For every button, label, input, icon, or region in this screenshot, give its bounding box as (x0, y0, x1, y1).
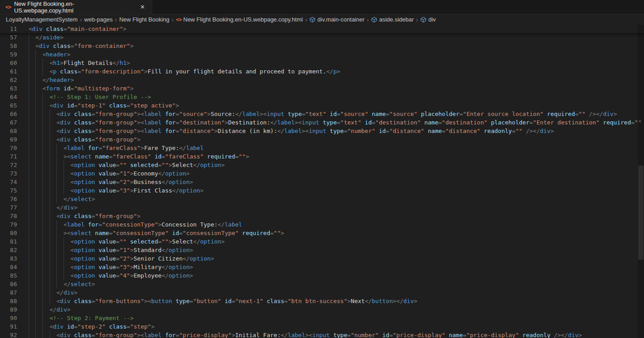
indent-guide (35, 127, 36, 135)
line-number[interactable]: 83 (0, 254, 17, 263)
code-line-content[interactable]: <option value="1">Economy</option> (17, 169, 644, 178)
html-file-icon: <> (176, 17, 181, 23)
line-number[interactable]: 71 (0, 152, 17, 161)
code-area: 57 </aside>58 <div class="form-container… (0, 33, 644, 338)
code-line-content[interactable]: <option value="4">Employee</option> (17, 271, 644, 280)
line-number[interactable]: 82 (0, 246, 17, 254)
line-number[interactable]: 78 (0, 212, 17, 220)
line-number[interactable]: 76 (0, 195, 17, 203)
line-number[interactable]: 73 (0, 169, 17, 178)
indent-guide (29, 288, 29, 297)
code-line-content[interactable]: ><select name="consessionType" id="conse… (17, 229, 644, 237)
code-line-content[interactable]: <option value="3">First Class</option> (17, 186, 644, 195)
line-number[interactable]: 60 (0, 59, 17, 67)
line-number[interactable]: 59 (0, 50, 17, 59)
code-line-content[interactable]: <p class="form-description">Fill in your… (17, 67, 644, 76)
code-line-content[interactable]: <div class="main-container"> (17, 25, 644, 33)
scrollbar[interactable] (638, 25, 644, 338)
code-line-content[interactable]: <option value="3">Military</option> (17, 263, 644, 271)
breadcrumb-item[interactable]: div (420, 16, 436, 23)
code-line-content[interactable]: <option value="" selected="">Select</opt… (17, 161, 644, 169)
line-number[interactable]: 68 (0, 127, 17, 135)
code-line-content[interactable]: <h1>Flight Details</h1> (17, 59, 644, 67)
code-line-content[interactable]: <div class="form-group"> (17, 135, 644, 144)
code-line: 73 <option value="1">Economy</option> (0, 169, 644, 178)
code-line-content[interactable]: <label for="fareClass">Fare Type:</label (17, 144, 644, 152)
code-line-content[interactable]: <option value="" selected="">Select</opt… (17, 237, 644, 246)
code-line: 58 <div class="form-container"> (0, 42, 644, 50)
code-line-content[interactable]: </div> (17, 203, 644, 212)
line-number[interactable]: 62 (0, 76, 17, 84)
breadcrumb-item[interactable]: New Flight Booking (119, 16, 169, 23)
line-number[interactable]: 89 (0, 305, 17, 314)
line-number[interactable]: 85 (0, 271, 17, 280)
line-number[interactable]: 58 (0, 42, 17, 50)
line-number[interactable]: 86 (0, 280, 17, 288)
line-number[interactable]: 77 (0, 203, 17, 212)
code-line-content[interactable]: <header> (17, 50, 644, 59)
code-line-content[interactable]: <div class="form-group"><label for="pric… (17, 331, 644, 338)
line-number[interactable]: 72 (0, 161, 17, 169)
code-line-content[interactable]: <div class="form-container"> (17, 42, 644, 50)
indent-guide (29, 186, 29, 195)
code-line-content[interactable]: <div id="step-1" class="step active"> (17, 101, 644, 110)
code-line-content[interactable]: <div class="form-buttons"><button type="… (17, 297, 644, 305)
indent-guide (35, 271, 36, 280)
breadcrumb-item[interactable]: <>New Flight Booking.en-US.webpage.copy.… (176, 16, 303, 23)
code-line-content[interactable]: <!-- Step 2: Payment --> (17, 314, 644, 322)
line-number[interactable]: 88 (0, 297, 17, 305)
code-line-content[interactable]: <!-- Step 1: User Profile --> (17, 93, 644, 101)
line-number[interactable]: 57 (0, 33, 17, 42)
breadcrumb-item[interactable]: LoyaltyManagementSystem (6, 16, 77, 23)
indent-guide (43, 135, 43, 144)
line-number[interactable]: 92 (0, 331, 17, 338)
code-line-content[interactable]: ><select name="fareClass" id="fareClass"… (17, 152, 644, 161)
line-number[interactable]: 90 (0, 314, 17, 322)
line-number[interactable]: 75 (0, 186, 17, 195)
sticky-scroll-line[interactable]: 11 <div class="main-container"> (0, 25, 644, 33)
indent-guide (50, 169, 50, 178)
line-number[interactable]: 70 (0, 144, 17, 152)
code-line-content[interactable]: </header> (17, 76, 644, 84)
code-line-content[interactable]: </select> (17, 280, 644, 288)
tab-new-flight-booking[interactable]: <> New Flight Booking.en-US.webpage.copy… (0, 0, 152, 14)
code-line-content[interactable]: </aside> (17, 33, 644, 42)
line-number[interactable]: 74 (0, 178, 17, 186)
line-number[interactable]: 61 (0, 67, 17, 76)
line-number[interactable]: 84 (0, 263, 17, 271)
code-line-content[interactable]: </select> (17, 195, 644, 203)
indent-guide (64, 263, 64, 271)
code-line-content[interactable]: <form id="multistep-form"> (17, 84, 644, 93)
code-line-content[interactable]: <option value="2">Business</option> (17, 178, 644, 186)
line-number[interactable]: 87 (0, 288, 17, 297)
line-number[interactable]: 81 (0, 237, 17, 246)
code-line-content[interactable]: </div> (17, 288, 644, 297)
scrollbar-thumb[interactable] (638, 166, 644, 260)
code-line-content[interactable]: </div> (17, 305, 644, 314)
code-line-content[interactable]: <div class="form-group"><label for="dist… (17, 127, 644, 135)
line-number[interactable]: 66 (0, 110, 17, 118)
html-file-icon: <> (5, 4, 11, 10)
code-line-content[interactable]: <option value="1">Standard</option> (17, 246, 644, 254)
line-number[interactable]: 11 (0, 25, 17, 33)
code-line-content[interactable]: <div class="form-group"> (17, 212, 644, 220)
line-number[interactable]: 69 (0, 135, 17, 144)
close-icon[interactable]: ✕ (139, 3, 146, 11)
code-line-content[interactable]: <div class="form-group"><label for="sour… (17, 110, 644, 118)
code-line-content[interactable]: <option value="2">Senior Citizen</option… (17, 254, 644, 263)
code-line: 57 </aside> (0, 33, 644, 42)
line-number[interactable]: 64 (0, 93, 17, 101)
breadcrumb-item[interactable]: web-pages (84, 16, 113, 23)
code-line-content[interactable]: <div class="form-group"><label for="dest… (17, 118, 644, 127)
indent-guide (29, 110, 29, 118)
line-number[interactable]: 63 (0, 84, 17, 93)
line-number[interactable]: 79 (0, 220, 17, 229)
line-number[interactable]: 91 (0, 322, 17, 331)
breadcrumb-item[interactable]: aside.sidebar (371, 16, 414, 23)
breadcrumb-item[interactable]: div.main-container (309, 16, 364, 23)
code-line-content[interactable]: <label for="consessionType">Concession T… (17, 220, 644, 229)
line-number[interactable]: 67 (0, 118, 17, 127)
line-number[interactable]: 80 (0, 229, 17, 237)
code-line-content[interactable]: <div id="step-2" class="step"> (17, 322, 644, 331)
line-number[interactable]: 65 (0, 101, 17, 110)
